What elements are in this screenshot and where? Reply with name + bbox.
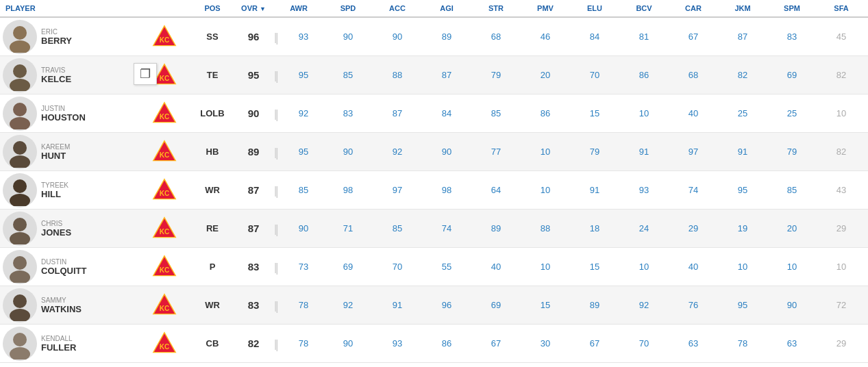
player-info-cell: JUSTIN HOUSTON — [0, 97, 151, 131]
sfa-cell: 10 — [817, 108, 866, 118]
car-cell: 29 — [669, 223, 718, 233]
pos-cell: HB — [192, 147, 233, 157]
ovr-cell: 82 — [233, 338, 274, 349]
acc-cell: 91 — [373, 300, 422, 310]
col-header-acc[interactable]: ACC — [373, 4, 422, 12]
team-logo-cell: KC — [151, 62, 192, 89]
sfa-cell: 10 — [817, 262, 866, 272]
col-header-spd[interactable]: SPD — [323, 4, 373, 12]
acc-cell: 90 — [373, 31, 422, 42]
team-logo-cell: KC — [151, 23, 192, 51]
chiefs-logo: KC — [151, 215, 178, 242]
col-header-pos[interactable]: POS — [192, 4, 233, 12]
table-row[interactable]: JUSTIN HOUSTON KC LOLB 90 | 92 83 87 84 … — [0, 94, 868, 133]
str-cell: 79 — [471, 70, 521, 80]
bcv-cell: 10 — [619, 108, 669, 118]
svg-point-25 — [10, 270, 30, 283]
ovr-cell: 87 — [233, 184, 274, 196]
pos-cell: P — [192, 262, 233, 272]
player-first-name: SAMMY — [41, 296, 82, 304]
col-header-str[interactable]: STR — [471, 4, 521, 12]
jkm-cell: 10 — [718, 262, 767, 272]
spm-cell: 25 — [767, 108, 817, 118]
pmv-cell: 15 — [521, 300, 570, 310]
col-header-jkm[interactable]: JKM — [718, 4, 767, 12]
col-header-awr[interactable]: AWR — [274, 4, 323, 12]
table-row[interactable]: TRAVIS KELCE KC TE 95 | 95 85 88 87 79 2… — [0, 56, 868, 94]
team-logo-cell: KC — [151, 138, 192, 166]
player-name-block: JUSTIN HOUSTON — [41, 105, 86, 123]
table-row[interactable]: KAREEM HUNT KC HB 89 | 95 90 92 90 77 10 — [0, 133, 868, 171]
ovr-cell: 83 — [233, 299, 274, 311]
ovr-cell: 90 — [233, 107, 274, 119]
bcv-cell: 70 — [619, 338, 669, 349]
svg-text:KC: KC — [160, 342, 170, 350]
player-name-block: DUSTIN COLQUITT — [41, 258, 86, 276]
player-last-name: BERRY — [41, 36, 72, 46]
svg-point-13 — [10, 155, 30, 168]
player-info-cell: SAMMY WATKINS — [0, 288, 151, 322]
str-cell: 40 — [471, 262, 521, 272]
elu-cell: 15 — [570, 108, 619, 118]
col-header-pmv[interactable]: PMV — [521, 4, 570, 12]
table-row[interactable]: TYREEK HILL KC WR 87 | 85 98 97 98 64 10 — [0, 171, 868, 210]
player-name-block: SAMMY WATKINS — [41, 296, 82, 314]
elu-cell: 84 — [570, 31, 619, 42]
player-info-cell: CHRIS JONES — [0, 212, 151, 246]
table-row[interactable]: DUSTIN COLQUITT KC P 83 | 73 69 70 55 40 — [0, 248, 868, 286]
col-header-sfa[interactable]: SFA — [817, 4, 866, 12]
col-header-spm[interactable]: SPM — [767, 4, 817, 12]
svg-text:KC: KC — [160, 227, 170, 235]
svg-point-17 — [10, 194, 30, 206]
svg-point-0 — [13, 26, 27, 40]
elu-cell: 79 — [570, 147, 619, 157]
svg-point-32 — [13, 333, 27, 346]
bcv-cell: 92 — [619, 300, 669, 310]
spm-cell: 90 — [767, 300, 817, 310]
pmv-cell: 20 — [521, 70, 570, 80]
svg-point-20 — [13, 218, 27, 231]
spd-cell: 85 — [323, 70, 373, 80]
chiefs-logo: KC — [151, 100, 178, 127]
svg-point-1 — [10, 40, 30, 53]
col-header-elu[interactable]: ELU — [570, 4, 619, 12]
spm-cell: 83 — [767, 31, 817, 42]
awr-cell: | 95 — [274, 147, 323, 157]
spm-cell: 69 — [767, 70, 817, 80]
svg-text:KC: KC — [160, 189, 170, 197]
acc-cell: 92 — [373, 147, 422, 157]
spm-cell: 79 — [767, 147, 817, 157]
chiefs-logo: KC — [151, 292, 178, 319]
col-header-car[interactable]: CAR — [669, 4, 718, 12]
car-cell: 68 — [669, 70, 718, 80]
player-info-cell: KAREEM HUNT — [0, 135, 151, 169]
jkm-cell: 82 — [718, 70, 767, 80]
pmv-cell: 10 — [521, 185, 570, 195]
team-logo-cell: KC — [151, 177, 192, 204]
col-header-agi[interactable]: AGI — [422, 4, 471, 12]
car-cell: 97 — [669, 147, 718, 157]
col-header-ovr[interactable]: OVR ▼ — [233, 4, 274, 12]
awr-cell: | 85 — [274, 185, 323, 195]
svg-text:KC: KC — [160, 266, 170, 273]
spd-cell: 90 — [323, 338, 373, 349]
agi-cell: 86 — [422, 338, 471, 349]
avatar — [3, 250, 37, 284]
table-row[interactable]: ERIC BERRY KC SS 96 | 93 90 90 89 68 46 — [0, 18, 868, 56]
player-info-cell: TYREEK HILL — [0, 173, 151, 207]
car-cell: 74 — [669, 185, 718, 195]
awr-cell: | 78 — [274, 338, 323, 349]
table-row[interactable]: KENDALL FULLER KC CB 82 | 78 90 93 86 67 — [0, 325, 868, 363]
table-row[interactable]: CHRIS JONES KC RE 87 | 90 71 85 74 89 88 — [0, 210, 868, 248]
table-row[interactable]: SAMMY WATKINS KC WR 83 | 78 92 91 96 69 … — [0, 286, 868, 325]
col-header-bcv[interactable]: BCV — [619, 4, 669, 12]
spm-cell: 85 — [767, 185, 817, 195]
agi-cell: 96 — [422, 300, 471, 310]
pmv-cell: 30 — [521, 338, 570, 349]
awr-cell: | 90 — [274, 223, 323, 233]
bcv-cell: 10 — [619, 262, 669, 272]
player-last-name: KELCE — [41, 74, 71, 84]
acc-cell: 97 — [373, 185, 422, 195]
player-name-block: KAREEM HUNT — [41, 143, 70, 161]
ovr-cell: 96 — [233, 31, 274, 42]
